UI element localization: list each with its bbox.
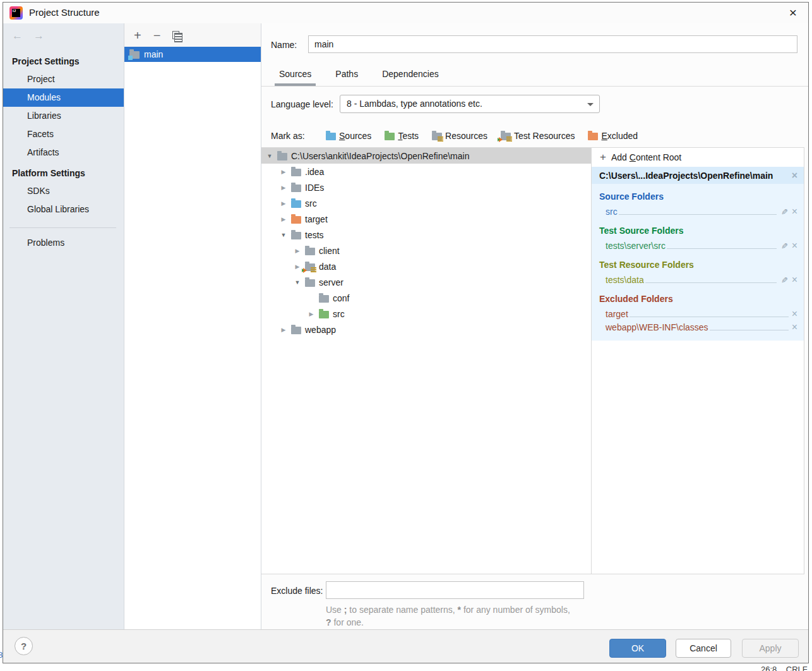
- content-root-panel: + Add Content Root C:\Users\...IdeaProje…: [591, 147, 804, 574]
- mark-as-excluded-button[interactable]: Excluded: [588, 131, 638, 141]
- sidebar-item-libraries[interactable]: Libraries: [3, 107, 124, 125]
- tab-sources[interactable]: Sources: [275, 66, 316, 82]
- sidebar-item-problems[interactable]: Problems: [3, 234, 124, 252]
- plus-icon: +: [600, 151, 606, 164]
- collapse-icon[interactable]: [266, 153, 273, 159]
- source-folders-group: Source Folders src ✎ ×: [599, 190, 797, 217]
- apply-button[interactable]: Apply: [742, 639, 799, 658]
- test-resource-folder-item: tests\data ✎ ×: [599, 272, 797, 285]
- mark-as-resources-button[interactable]: Resources: [432, 131, 487, 141]
- dialog-footer: ? OK Cancel Apply: [3, 629, 808, 663]
- language-level-select[interactable]: 8 - Lambdas, type annotations etc.: [340, 95, 600, 113]
- exclude-files-input[interactable]: [326, 581, 584, 599]
- tree-node-server-src[interactable]: src: [261, 306, 591, 322]
- leader-line: [630, 317, 789, 317]
- mark-as-test-resources-button[interactable]: Test Resources: [501, 131, 575, 141]
- expand-icon[interactable]: [280, 169, 287, 175]
- sidebar-item-modules[interactable]: Modules: [3, 88, 124, 107]
- cancel-button[interactable]: Cancel: [676, 639, 731, 658]
- close-icon[interactable]: ×: [789, 5, 797, 20]
- tree-node-server[interactable]: server: [261, 274, 591, 290]
- expand-icon[interactable]: [280, 200, 287, 207]
- expand-icon[interactable]: [280, 184, 287, 191]
- folder-icon: [291, 169, 301, 176]
- sidebar-item-global-libraries[interactable]: Global Libraries: [3, 200, 124, 219]
- test-resources-folder-icon: [305, 263, 315, 271]
- edit-icon[interactable]: ✎: [781, 241, 788, 251]
- remove-icon[interactable]: ×: [792, 241, 797, 251]
- title-bar: IJ Project Structure ×: [3, 3, 808, 23]
- remove-icon[interactable]: ×: [792, 322, 797, 332]
- edit-icon[interactable]: ✎: [781, 275, 788, 285]
- test-source-folder-item: tests\server\src ✎ ×: [599, 238, 797, 251]
- leader-line: [710, 330, 789, 330]
- add-content-root-button[interactable]: + Add Content Root: [592, 148, 804, 167]
- sources-folder-icon: [326, 133, 336, 140]
- collapse-icon[interactable]: [280, 232, 287, 238]
- excluded-folder-item: webapp\WEB-INF\classes ×: [599, 319, 797, 332]
- sidebar-item-artifacts[interactable]: Artifacts: [3, 143, 124, 162]
- remove-icon[interactable]: ×: [792, 309, 797, 319]
- mark-as-tests-button[interactable]: Tests: [385, 131, 419, 141]
- background-status-bar-fragment: 26:8 CRLF: [761, 665, 808, 671]
- tree-node-webapp[interactable]: webapp: [261, 322, 591, 337]
- content-root-tree: C:\Users\ankit\IdeaProjects\OpenRefine\m…: [261, 147, 591, 574]
- content-root-header: C:\Users\...IdeaProjects\OpenRefine\main…: [592, 167, 804, 184]
- module-name-input[interactable]: [308, 35, 797, 53]
- back-icon[interactable]: ←: [12, 30, 23, 50]
- excluded-folder-icon: [588, 133, 598, 140]
- section-header-platform-settings: Platform Settings: [3, 164, 124, 182]
- content-root-folders: Source Folders src ✎ × Test Source Folde…: [592, 184, 804, 341]
- mark-as-sources-button[interactable]: Sources: [326, 131, 371, 141]
- tree-node-ides[interactable]: IDEs: [261, 179, 591, 195]
- expand-icon[interactable]: [294, 263, 301, 270]
- intellij-idea-logo-icon: IJ: [9, 6, 23, 20]
- test-resource-folders-group: Test Resource Folders tests\data ✎ ×: [599, 258, 797, 285]
- tree-node-root[interactable]: C:\Users\ankit\IdeaProjects\OpenRefine\m…: [261, 148, 591, 164]
- tree-node-src[interactable]: src: [261, 195, 591, 211]
- remove-icon[interactable]: ×: [792, 207, 797, 217]
- expand-icon[interactable]: [307, 311, 315, 317]
- tree-node-target[interactable]: target: [261, 211, 591, 227]
- sidebar-item-facets[interactable]: Facets: [3, 125, 124, 143]
- exclude-files-hint-line1: Use ; to separate name patterns, * for a…: [326, 605, 570, 615]
- excluded-folder-item: target ×: [599, 306, 797, 319]
- expand-icon[interactable]: [294, 248, 301, 254]
- remove-icon[interactable]: ×: [792, 275, 797, 285]
- tree-node-client[interactable]: client: [261, 243, 591, 258]
- mark-as-toolbar: Sources Tests Resources Test Resources E…: [326, 128, 638, 143]
- source-folder-icon: [291, 200, 301, 208]
- forward-icon[interactable]: →: [33, 30, 44, 50]
- tree-node-idea[interactable]: .idea: [261, 164, 591, 179]
- expand-icon[interactable]: [280, 216, 287, 222]
- edit-icon[interactable]: ✎: [781, 207, 788, 217]
- copy-icon[interactable]: [172, 31, 179, 39]
- group-title: Test Resource Folders: [599, 258, 797, 272]
- exclude-files-hint-line2: ? for one.: [326, 617, 364, 627]
- excluded-folders-group: Excluded Folders target × webapp\WEB-INF…: [599, 292, 797, 332]
- sidebar-item-project[interactable]: Project: [3, 70, 124, 88]
- folder-icon: [277, 153, 287, 160]
- dialog-title: Project Structure: [29, 7, 100, 18]
- add-icon[interactable]: +: [134, 29, 141, 42]
- group-title: Test Source Folders: [599, 224, 797, 238]
- leader-line: [667, 248, 777, 249]
- ok-button[interactable]: OK: [609, 639, 666, 658]
- expand-icon[interactable]: [280, 327, 287, 333]
- module-list-item-main[interactable]: main: [124, 47, 261, 62]
- collapse-icon[interactable]: [294, 279, 301, 286]
- tab-paths[interactable]: Paths: [331, 66, 362, 82]
- remove-content-root-icon[interactable]: ×: [792, 171, 797, 181]
- help-button[interactable]: ?: [15, 637, 33, 655]
- tree-node-data[interactable]: data: [261, 258, 591, 274]
- folder-icon: [305, 279, 315, 287]
- folder-icon: [319, 295, 329, 303]
- tab-dependencies[interactable]: Dependencies: [378, 66, 443, 82]
- tree-node-conf[interactable]: conf: [261, 290, 591, 306]
- project-structure-dialog: IJ Project Structure × ← → Project Setti…: [3, 2, 809, 663]
- settings-sidebar: ← → Project Settings Project Modules Lib…: [3, 23, 124, 629]
- sidebar-item-sdks[interactable]: SDKs: [3, 182, 124, 200]
- chevron-down-icon: [587, 103, 594, 106]
- tree-node-tests[interactable]: tests: [261, 227, 591, 243]
- remove-icon[interactable]: −: [153, 29, 161, 42]
